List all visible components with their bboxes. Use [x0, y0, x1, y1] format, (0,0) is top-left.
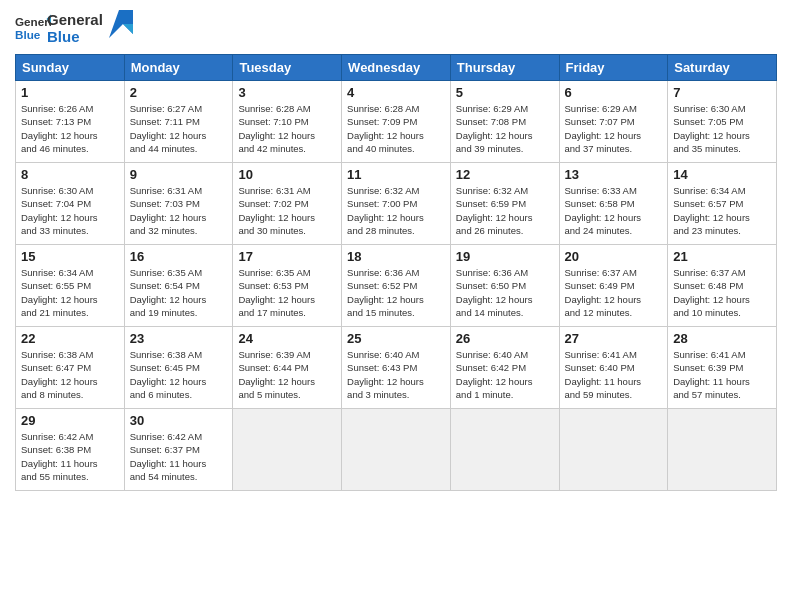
logo: General Blue General Blue: [15, 10, 133, 46]
day-info: Sunrise: 6:36 AM Sunset: 6:50 PM Dayligh…: [456, 266, 554, 319]
table-row: 19Sunrise: 6:36 AM Sunset: 6:50 PM Dayli…: [450, 245, 559, 327]
col-tuesday: Tuesday: [233, 55, 342, 81]
logo-arrow-icon: [109, 10, 133, 38]
day-info: Sunrise: 6:34 AM Sunset: 6:55 PM Dayligh…: [21, 266, 119, 319]
table-row: 24Sunrise: 6:39 AM Sunset: 6:44 PM Dayli…: [233, 327, 342, 409]
table-row: [233, 409, 342, 491]
day-number: 14: [673, 167, 771, 182]
day-info: Sunrise: 6:34 AM Sunset: 6:57 PM Dayligh…: [673, 184, 771, 237]
logo-blue: Blue: [47, 28, 103, 45]
day-info: Sunrise: 6:40 AM Sunset: 6:43 PM Dayligh…: [347, 348, 445, 401]
day-info: Sunrise: 6:41 AM Sunset: 6:40 PM Dayligh…: [565, 348, 663, 401]
day-info: Sunrise: 6:31 AM Sunset: 7:03 PM Dayligh…: [130, 184, 228, 237]
day-number: 2: [130, 85, 228, 100]
day-info: Sunrise: 6:36 AM Sunset: 6:52 PM Dayligh…: [347, 266, 445, 319]
col-wednesday: Wednesday: [342, 55, 451, 81]
page-container: General Blue General Blue Sunday Monday: [0, 0, 792, 612]
day-info: Sunrise: 6:28 AM Sunset: 7:09 PM Dayligh…: [347, 102, 445, 155]
col-sunday: Sunday: [16, 55, 125, 81]
day-info: Sunrise: 6:32 AM Sunset: 6:59 PM Dayligh…: [456, 184, 554, 237]
day-info: Sunrise: 6:38 AM Sunset: 6:47 PM Dayligh…: [21, 348, 119, 401]
day-number: 27: [565, 331, 663, 346]
week-row-4: 22Sunrise: 6:38 AM Sunset: 6:47 PM Dayli…: [16, 327, 777, 409]
day-number: 1: [21, 85, 119, 100]
week-row-1: 1Sunrise: 6:26 AM Sunset: 7:13 PM Daylig…: [16, 81, 777, 163]
table-row: 22Sunrise: 6:38 AM Sunset: 6:47 PM Dayli…: [16, 327, 125, 409]
day-info: Sunrise: 6:33 AM Sunset: 6:58 PM Dayligh…: [565, 184, 663, 237]
day-number: 13: [565, 167, 663, 182]
day-number: 17: [238, 249, 336, 264]
table-row: 14Sunrise: 6:34 AM Sunset: 6:57 PM Dayli…: [668, 163, 777, 245]
day-number: 3: [238, 85, 336, 100]
day-number: 12: [456, 167, 554, 182]
table-row: 16Sunrise: 6:35 AM Sunset: 6:54 PM Dayli…: [124, 245, 233, 327]
table-row: 5Sunrise: 6:29 AM Sunset: 7:08 PM Daylig…: [450, 81, 559, 163]
day-info: Sunrise: 6:27 AM Sunset: 7:11 PM Dayligh…: [130, 102, 228, 155]
table-row: [668, 409, 777, 491]
table-row: 20Sunrise: 6:37 AM Sunset: 6:49 PM Dayli…: [559, 245, 668, 327]
col-monday: Monday: [124, 55, 233, 81]
day-info: Sunrise: 6:28 AM Sunset: 7:10 PM Dayligh…: [238, 102, 336, 155]
calendar-table: Sunday Monday Tuesday Wednesday Thursday…: [15, 54, 777, 491]
table-row: 29Sunrise: 6:42 AM Sunset: 6:38 PM Dayli…: [16, 409, 125, 491]
day-number: 26: [456, 331, 554, 346]
table-row: 10Sunrise: 6:31 AM Sunset: 7:02 PM Dayli…: [233, 163, 342, 245]
day-info: Sunrise: 6:42 AM Sunset: 6:37 PM Dayligh…: [130, 430, 228, 483]
day-number: 19: [456, 249, 554, 264]
day-number: 7: [673, 85, 771, 100]
calendar-header-row: Sunday Monday Tuesday Wednesday Thursday…: [16, 55, 777, 81]
table-row: 28Sunrise: 6:41 AM Sunset: 6:39 PM Dayli…: [668, 327, 777, 409]
day-number: 18: [347, 249, 445, 264]
table-row: 9Sunrise: 6:31 AM Sunset: 7:03 PM Daylig…: [124, 163, 233, 245]
day-number: 30: [130, 413, 228, 428]
svg-text:Blue: Blue: [15, 28, 41, 41]
table-row: 3Sunrise: 6:28 AM Sunset: 7:10 PM Daylig…: [233, 81, 342, 163]
day-number: 22: [21, 331, 119, 346]
day-info: Sunrise: 6:38 AM Sunset: 6:45 PM Dayligh…: [130, 348, 228, 401]
table-row: 21Sunrise: 6:37 AM Sunset: 6:48 PM Dayli…: [668, 245, 777, 327]
table-row: 15Sunrise: 6:34 AM Sunset: 6:55 PM Dayli…: [16, 245, 125, 327]
table-row: 1Sunrise: 6:26 AM Sunset: 7:13 PM Daylig…: [16, 81, 125, 163]
page-header: General Blue General Blue: [15, 10, 777, 46]
table-row: 13Sunrise: 6:33 AM Sunset: 6:58 PM Dayli…: [559, 163, 668, 245]
table-row: 2Sunrise: 6:27 AM Sunset: 7:11 PM Daylig…: [124, 81, 233, 163]
day-info: Sunrise: 6:40 AM Sunset: 6:42 PM Dayligh…: [456, 348, 554, 401]
table-row: 26Sunrise: 6:40 AM Sunset: 6:42 PM Dayli…: [450, 327, 559, 409]
table-row: 23Sunrise: 6:38 AM Sunset: 6:45 PM Dayli…: [124, 327, 233, 409]
table-row: [342, 409, 451, 491]
col-saturday: Saturday: [668, 55, 777, 81]
day-info: Sunrise: 6:42 AM Sunset: 6:38 PM Dayligh…: [21, 430, 119, 483]
day-number: 10: [238, 167, 336, 182]
day-info: Sunrise: 6:41 AM Sunset: 6:39 PM Dayligh…: [673, 348, 771, 401]
table-row: [450, 409, 559, 491]
table-row: 4Sunrise: 6:28 AM Sunset: 7:09 PM Daylig…: [342, 81, 451, 163]
table-row: 11Sunrise: 6:32 AM Sunset: 7:00 PM Dayli…: [342, 163, 451, 245]
day-info: Sunrise: 6:39 AM Sunset: 6:44 PM Dayligh…: [238, 348, 336, 401]
week-row-3: 15Sunrise: 6:34 AM Sunset: 6:55 PM Dayli…: [16, 245, 777, 327]
table-row: [559, 409, 668, 491]
day-info: Sunrise: 6:30 AM Sunset: 7:04 PM Dayligh…: [21, 184, 119, 237]
day-number: 15: [21, 249, 119, 264]
day-info: Sunrise: 6:37 AM Sunset: 6:49 PM Dayligh…: [565, 266, 663, 319]
table-row: 6Sunrise: 6:29 AM Sunset: 7:07 PM Daylig…: [559, 81, 668, 163]
svg-text:General: General: [15, 15, 51, 28]
day-number: 21: [673, 249, 771, 264]
table-row: 8Sunrise: 6:30 AM Sunset: 7:04 PM Daylig…: [16, 163, 125, 245]
day-info: Sunrise: 6:37 AM Sunset: 6:48 PM Dayligh…: [673, 266, 771, 319]
day-number: 23: [130, 331, 228, 346]
day-number: 28: [673, 331, 771, 346]
logo-general: General: [47, 11, 103, 28]
logo-icon: General Blue: [15, 10, 51, 46]
day-number: 6: [565, 85, 663, 100]
day-info: Sunrise: 6:26 AM Sunset: 7:13 PM Dayligh…: [21, 102, 119, 155]
table-row: 12Sunrise: 6:32 AM Sunset: 6:59 PM Dayli…: [450, 163, 559, 245]
day-number: 5: [456, 85, 554, 100]
day-number: 25: [347, 331, 445, 346]
table-row: 25Sunrise: 6:40 AM Sunset: 6:43 PM Dayli…: [342, 327, 451, 409]
table-row: 27Sunrise: 6:41 AM Sunset: 6:40 PM Dayli…: [559, 327, 668, 409]
table-row: 18Sunrise: 6:36 AM Sunset: 6:52 PM Dayli…: [342, 245, 451, 327]
day-info: Sunrise: 6:29 AM Sunset: 7:08 PM Dayligh…: [456, 102, 554, 155]
col-friday: Friday: [559, 55, 668, 81]
day-number: 8: [21, 167, 119, 182]
day-info: Sunrise: 6:31 AM Sunset: 7:02 PM Dayligh…: [238, 184, 336, 237]
